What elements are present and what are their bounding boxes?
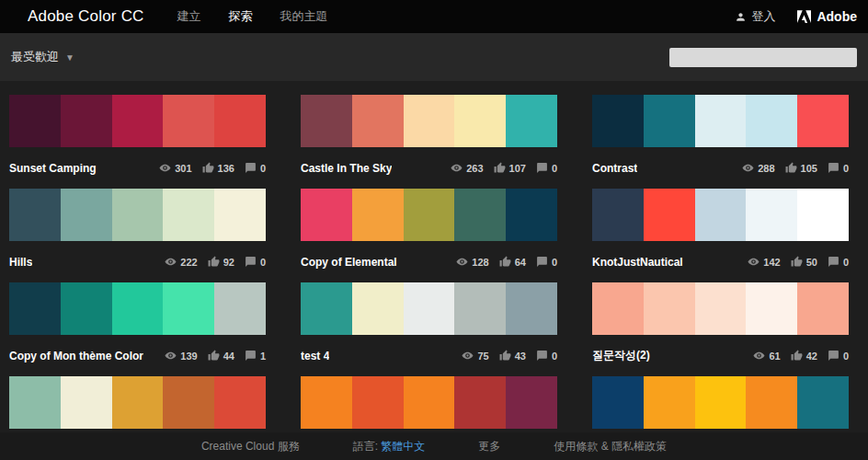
palette-card[interactable]: Contrast 288 105 0 [592,95,849,189]
comments-stat[interactable]: 0 [536,162,557,174]
nav-create[interactable]: 建立 [177,8,201,25]
color-swatch[interactable] [163,95,214,147]
footer-privacy-link[interactable]: 隱私權政策 [611,440,667,453]
comments-stat[interactable]: 0 [828,350,849,362]
eye-icon [159,162,171,174]
color-swatch[interactable] [644,189,695,241]
color-swatch[interactable] [61,189,112,241]
color-swatch[interactable] [214,189,266,241]
color-swatch[interactable] [61,95,112,147]
color-swatch[interactable] [506,95,557,147]
footer-services-link[interactable]: Creative Cloud 服務 [201,439,300,454]
color-swatch[interactable] [592,189,644,241]
color-swatch[interactable] [695,95,747,147]
color-swatch[interactable] [454,189,506,241]
color-swatch[interactable] [746,376,797,429]
palette-card[interactable]: Copy of Elemental 128 64 0 [301,189,557,282]
likes-stat[interactable]: 64 [499,256,526,268]
color-swatch[interactable] [301,189,352,241]
adobe-logo[interactable]: Adobe [797,9,857,24]
likes-stat[interactable]: 107 [494,162,526,174]
color-swatch[interactable] [695,376,747,429]
color-swatch[interactable] [112,376,164,429]
color-swatch[interactable] [214,376,266,429]
color-swatch[interactable] [797,189,849,241]
footer-terms-link[interactable]: 使用條款 [554,440,598,453]
color-swatch[interactable] [695,282,747,335]
palette-card[interactable]: 질문작성(2) 61 42 0 [592,282,849,376]
color-swatch[interactable] [592,376,644,429]
color-swatch[interactable] [352,189,404,241]
color-swatch[interactable] [61,376,112,429]
color-swatch[interactable] [506,189,557,241]
palette-card[interactable]: Sunset Camping 301 136 0 [9,95,266,189]
color-swatch[interactable] [404,282,455,335]
palette-card[interactable]: KnotJustNautical 142 50 0 [592,189,849,282]
footer-more-link[interactable]: 更多 [478,439,500,454]
color-swatch[interactable] [61,282,112,335]
color-swatch[interactable] [746,189,797,241]
footer-language-link[interactable]: 繁體中文 [381,440,425,453]
color-swatch[interactable] [695,189,747,241]
comments-stat[interactable]: 0 [536,256,557,268]
sign-in-button[interactable]: 登入 [735,8,775,25]
palette-card[interactable]: Copy of Mon thème Color 139 44 1 [9,282,266,376]
color-swatch[interactable] [797,95,849,147]
color-swatch[interactable] [301,376,352,429]
color-swatch[interactable] [797,282,849,335]
color-swatch[interactable] [506,282,557,335]
comments-stat[interactable]: 0 [828,162,849,174]
color-swatch[interactable] [404,189,455,241]
nav-explore[interactable]: 探索 [229,8,253,25]
color-swatch[interactable] [9,282,61,335]
comments-stat[interactable]: 0 [245,256,266,268]
color-swatch[interactable] [404,95,455,147]
color-swatch[interactable] [112,95,164,147]
comments-stat[interactable]: 1 [245,350,266,362]
comments-stat[interactable]: 0 [828,256,849,268]
likes-stat[interactable]: 105 [785,162,817,174]
color-swatch[interactable] [9,189,61,241]
likes-stat[interactable]: 42 [791,350,817,362]
color-swatch[interactable] [112,282,164,335]
color-swatch[interactable] [506,376,557,429]
color-swatch[interactable] [163,282,214,335]
color-swatch[interactable] [352,376,404,429]
color-swatch[interactable] [352,95,404,147]
color-swatch[interactable] [644,376,695,429]
color-swatch[interactable] [644,282,695,335]
color-swatch[interactable] [746,95,797,147]
color-swatch[interactable] [214,282,266,335]
color-swatch[interactable] [214,95,266,147]
color-swatch[interactable] [454,95,506,147]
color-swatch[interactable] [404,376,455,429]
color-swatch[interactable] [301,95,352,147]
color-swatch[interactable] [301,282,352,335]
palette-card[interactable]: Castle In The Sky 263 107 0 [301,95,557,189]
palette-card[interactable]: Hills 222 92 0 [9,189,266,282]
color-swatch[interactable] [797,376,849,429]
color-swatch[interactable] [454,376,506,429]
likes-stat[interactable]: 43 [499,350,526,362]
likes-stat[interactable]: 44 [208,350,234,362]
likes-stat[interactable]: 92 [208,256,234,268]
comments-stat[interactable]: 0 [245,162,266,174]
palette-card[interactable]: test 4 75 43 0 [301,282,557,376]
likes-stat[interactable]: 136 [202,162,234,174]
color-swatch[interactable] [592,282,644,335]
color-swatch[interactable] [352,282,404,335]
color-swatch[interactable] [746,282,797,335]
sort-dropdown[interactable]: 最受歡迎 ▼ [11,49,74,65]
color-swatch[interactable] [592,95,644,147]
nav-my-themes[interactable]: 我的主題 [280,8,328,25]
color-swatch[interactable] [644,95,695,147]
likes-stat[interactable]: 50 [791,256,817,268]
color-swatch[interactable] [163,189,214,241]
search-input[interactable] [669,48,857,67]
comments-stat[interactable]: 0 [536,350,557,362]
color-swatch[interactable] [9,376,61,429]
color-swatch[interactable] [112,189,164,241]
color-swatch[interactable] [163,376,214,429]
color-swatch[interactable] [9,95,61,147]
color-swatch[interactable] [454,282,506,335]
